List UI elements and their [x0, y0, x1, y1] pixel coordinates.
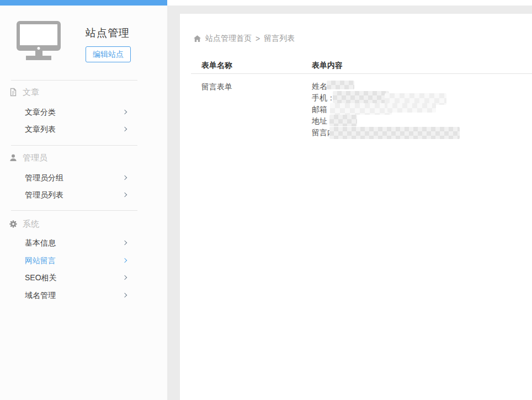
- section-label: 文章: [23, 87, 39, 98]
- sidebar-item-label: 域名管理: [25, 291, 56, 301]
- sidebar-item-label: 文章列表: [25, 125, 56, 135]
- chevron-right-icon: [123, 293, 127, 297]
- sidebar: 站点管理 编辑站点 文章 文章分类 文章列表 管理员 管理员分组: [0, 6, 167, 400]
- sidebar-item-label: 文章分类: [25, 108, 56, 118]
- sidebar-item-label: 网站留言: [25, 256, 56, 266]
- table-row-form-content: 姓名： 手机： 邮箱： 地址： 留言内: [312, 81, 522, 144]
- column-header-form-name: 表单名称: [201, 61, 232, 71]
- home-icon: [193, 35, 201, 42]
- sidebar-section-system: 系统: [9, 219, 39, 229]
- sidebar-section-admins: 管理员: [9, 153, 47, 163]
- content-panel: 站点管理首页 > 留言列表 表单名称 表单内容 留言表单 姓名： 手机： 邮箱：…: [180, 14, 532, 400]
- sidebar-item-basic-info[interactable]: 基本信息: [0, 238, 167, 249]
- admin-person-icon: [9, 153, 18, 162]
- table-header-divider: [191, 73, 532, 74]
- redacted-phone-value: [333, 91, 389, 103]
- gear-icon: [9, 220, 18, 228]
- sidebar-item-seo[interactable]: SEO相关: [0, 273, 167, 284]
- breadcrumb-home[interactable]: 站点管理首页: [205, 34, 252, 44]
- sidebar-divider: [11, 210, 137, 211]
- chevron-right-icon: [123, 193, 127, 197]
- sidebar-item-article-list[interactable]: 文章列表: [0, 124, 167, 135]
- table-row-form-name: 留言表单: [201, 82, 232, 92]
- chevron-right-icon: [123, 110, 127, 114]
- sidebar-item-admin-list[interactable]: 管理员列表: [0, 190, 167, 201]
- redacted-message-value: [329, 127, 460, 139]
- sidebar-item-label: 管理员分组: [25, 173, 63, 183]
- section-label: 系统: [23, 219, 39, 230]
- sidebar-item-label: 基本信息: [25, 238, 56, 248]
- chevron-right-icon: [123, 175, 127, 180]
- chevron-right-icon: [123, 127, 127, 131]
- sidebar-item-admin-groups[interactable]: 管理员分组: [0, 173, 167, 184]
- redacted-address-value: [329, 115, 357, 126]
- edit-site-button[interactable]: 编辑站点: [86, 46, 131, 62]
- sidebar-divider: [11, 80, 137, 81]
- site-monitor-icon: [17, 21, 61, 60]
- redacted-email-value: [330, 103, 392, 115]
- sidebar-divider: [11, 145, 137, 146]
- sidebar-item-label: SEO相关: [25, 273, 57, 283]
- redacted-email-value: [387, 103, 436, 113]
- breadcrumb: 站点管理首页 > 留言列表: [193, 34, 295, 44]
- sidebar-item-domains[interactable]: 域名管理: [0, 290, 167, 301]
- sidebar-item-article-category[interactable]: 文章分类: [0, 107, 167, 118]
- site-title: 站点管理: [86, 26, 130, 40]
- article-icon: [9, 88, 18, 97]
- sidebar-item-label: 管理员列表: [25, 190, 63, 200]
- section-label: 管理员: [23, 153, 47, 163]
- chevron-right-icon: [123, 241, 127, 245]
- sidebar-item-site-messages[interactable]: 网站留言: [0, 255, 167, 266]
- column-header-form-content: 表单内容: [312, 61, 343, 71]
- chevron-right-icon: [123, 258, 127, 263]
- breadcrumb-current: 留言列表: [264, 34, 295, 44]
- redacted-name-value: [327, 81, 354, 89]
- sidebar-section-articles: 文章: [9, 87, 39, 97]
- chevron-right-icon: [123, 275, 127, 280]
- breadcrumb-separator: >: [256, 34, 260, 43]
- top-accent-bar: [0, 0, 167, 6]
